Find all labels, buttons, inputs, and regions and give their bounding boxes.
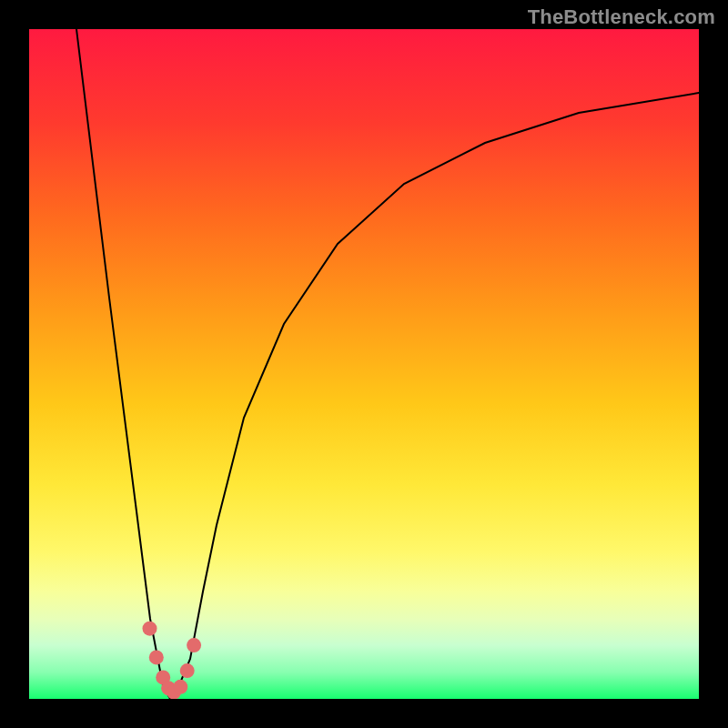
valley-dot <box>173 680 187 694</box>
valley-dot <box>161 681 176 695</box>
valley-dot <box>156 670 170 684</box>
bottleneck-curve <box>29 29 699 699</box>
chart-stage: TheBottleneck.com <box>0 0 728 728</box>
chart-plot-area <box>29 29 699 699</box>
watermark-text: TheBottleneck.com <box>528 5 715 29</box>
valley-dot <box>143 622 157 636</box>
valley-dot <box>167 685 181 699</box>
valley-dot <box>187 638 201 652</box>
curve-path <box>76 29 699 699</box>
valley-dot <box>149 650 164 664</box>
valley-dot <box>180 663 195 678</box>
